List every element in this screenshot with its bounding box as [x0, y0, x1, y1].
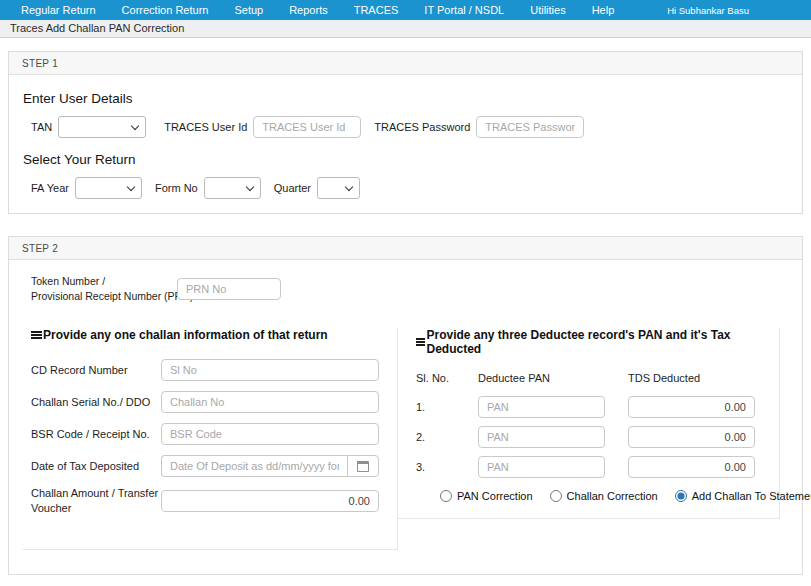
correction-type-radio-group: PAN Correction Challan Correction Add Ch… — [440, 490, 769, 502]
bsr-code-label: BSR Code / Receipt No. — [31, 427, 161, 441]
list-bars-icon — [416, 338, 425, 347]
step2-body: Token Number / Provisional Receipt Numbe… — [9, 260, 802, 574]
token-label-line2: Provisional Receipt Number (PRN) — [31, 290, 193, 302]
deductee-pan-input-3[interactable] — [478, 456, 605, 478]
tds-deducted-input-2[interactable] — [628, 426, 755, 448]
deductee-section-heading: Provide any three Deductee record's PAN … — [416, 328, 769, 356]
nav-item-it-portal-nsdl[interactable]: IT Portal / NSDL — [411, 0, 517, 20]
row-number: 2. — [416, 431, 478, 443]
traces-password-label: TRACES Password — [374, 121, 470, 133]
nav-item-utilities[interactable]: Utilities — [517, 0, 578, 20]
date-of-deposit-input[interactable] — [161, 455, 347, 477]
token-number-row: Token Number / Provisional Receipt Numbe… — [31, 274, 788, 304]
navbar-user-greeting[interactable]: Hi Subhankar Basu — [667, 5, 803, 16]
deductee-table-headers: Sl. No. Deductee PAN TDS Deducted — [416, 372, 769, 384]
step1-body: Enter User Details TAN TRACES User Id TR… — [9, 75, 802, 213]
cd-record-number-input[interactable] — [161, 359, 379, 381]
nav-item-correction-return[interactable]: Correction Return — [109, 0, 222, 20]
radio-challan-correction[interactable]: Challan Correction — [550, 490, 658, 502]
radio-label: Add Challan To Statement — [692, 490, 811, 502]
challan-amount-row: Challan Amount / Transfer Voucher — [31, 486, 397, 515]
tan-label: TAN — [31, 121, 52, 133]
step1-panel: STEP 1 Enter User Details TAN TRACES Use… — [8, 51, 803, 214]
step1-header: STEP 1 — [9, 52, 802, 75]
select-return-row: FA Year Form No Quarter — [23, 177, 788, 199]
nav-item-help[interactable]: Help — [579, 0, 628, 20]
slno-column-header: Sl. No. — [416, 372, 478, 384]
challan-info-column: Provide any one challan information of t… — [23, 328, 398, 550]
form-no-select-wrap — [204, 177, 261, 199]
step2-columns: Provide any one challan information of t… — [23, 328, 788, 550]
radio-label: Challan Correction — [567, 490, 658, 502]
calendar-icon — [357, 461, 369, 472]
challan-correction-radio[interactable] — [550, 490, 562, 502]
nav-item-setup[interactable]: Setup — [221, 0, 276, 20]
select-your-return-heading: Select Your Return — [23, 152, 788, 167]
challan-serial-input[interactable] — [161, 391, 379, 413]
date-of-tax-deposited-row: Date of Tax Deposited — [31, 454, 397, 478]
pan-cell — [478, 396, 628, 418]
fa-year-label: FA Year — [31, 182, 69, 194]
quarter-select-wrap — [317, 177, 360, 199]
challan-amount-label: Challan Amount / Transfer Voucher — [31, 486, 161, 515]
prn-input[interactable] — [177, 278, 281, 300]
pan-cell — [478, 426, 628, 448]
deductee-row-1: 1. — [416, 396, 769, 418]
token-label-line1: Token Number / — [31, 275, 105, 287]
tan-select-wrap — [58, 116, 146, 138]
deductee-column: Provide any three Deductee record's PAN … — [398, 328, 780, 519]
fa-year-select-wrap — [75, 177, 142, 199]
fa-year-select[interactable] — [75, 177, 142, 199]
step2-header: STEP 2 — [9, 237, 802, 260]
top-navbar: Regular Return Correction Return Setup R… — [0, 0, 811, 20]
quarter-label: Quarter — [274, 182, 311, 194]
nav-item-reports[interactable]: Reports — [276, 0, 341, 20]
cd-record-number-row: CD Record Number — [31, 358, 397, 382]
nav-item-traces[interactable]: TRACES — [341, 0, 412, 20]
list-bars-icon — [31, 331, 42, 340]
traces-user-id-label: TRACES User Id — [164, 121, 247, 133]
traces-user-id-input[interactable] — [253, 116, 361, 138]
challan-serial-row: Challan Serial No./ DDO — [31, 390, 397, 414]
date-input-group — [161, 455, 379, 477]
pan-cell — [478, 456, 628, 478]
tds-deducted-input-3[interactable] — [628, 456, 755, 478]
radio-label: PAN Correction — [457, 490, 533, 502]
bsr-code-row: BSR Code / Receipt No. — [31, 422, 397, 446]
tds-deducted-input-1[interactable] — [628, 396, 755, 418]
bsr-code-input[interactable] — [161, 423, 379, 445]
deductee-pan-input-1[interactable] — [478, 396, 605, 418]
calendar-button[interactable] — [347, 455, 379, 477]
top-spacer — [0, 38, 811, 51]
challan-serial-label: Challan Serial No./ DDO — [31, 395, 161, 409]
cd-record-number-label: CD Record Number — [31, 363, 161, 377]
challan-section-heading: Provide any one challan information of t… — [31, 328, 397, 342]
user-details-row: TAN TRACES User Id TRACES Password — [23, 116, 788, 138]
nav-item-regular-return[interactable]: Regular Return — [8, 0, 109, 20]
enter-user-details-heading: Enter User Details — [23, 91, 788, 106]
deductee-pan-input-2[interactable] — [478, 426, 605, 448]
row-number: 1. — [416, 401, 478, 413]
tds-deducted-column-header: TDS Deducted — [628, 372, 755, 384]
deductee-pan-column-header: Deductee PAN — [478, 372, 628, 384]
step2-bottom-spacer — [23, 550, 788, 574]
form-no-select[interactable] — [204, 177, 261, 199]
pan-correction-radio[interactable] — [440, 490, 452, 502]
tan-select[interactable] — [58, 116, 146, 138]
radio-pan-correction[interactable]: PAN Correction — [440, 490, 533, 502]
step2-panel: STEP 2 Token Number / Provisional Receip… — [8, 236, 803, 575]
deductee-row-3: 3. — [416, 456, 769, 478]
deductee-row-2: 2. — [416, 426, 769, 448]
form-no-label: Form No — [155, 182, 198, 194]
row-number: 3. — [416, 461, 478, 473]
deductee-heading-text: Provide any three Deductee record's PAN … — [426, 328, 769, 356]
challan-amount-input[interactable] — [161, 490, 379, 512]
breadcrumb: Traces Add Challan PAN Correction — [0, 20, 811, 38]
date-of-tax-deposited-label: Date of Tax Deposited — [31, 459, 161, 473]
add-challan-to-statement-radio[interactable] — [675, 490, 687, 502]
token-number-label: Token Number / Provisional Receipt Numbe… — [31, 274, 177, 304]
challan-heading-text: Provide any one challan information of t… — [43, 328, 328, 342]
radio-add-challan-to-statement[interactable]: Add Challan To Statement — [675, 490, 811, 502]
traces-password-input[interactable] — [476, 116, 584, 138]
quarter-select[interactable] — [317, 177, 360, 199]
